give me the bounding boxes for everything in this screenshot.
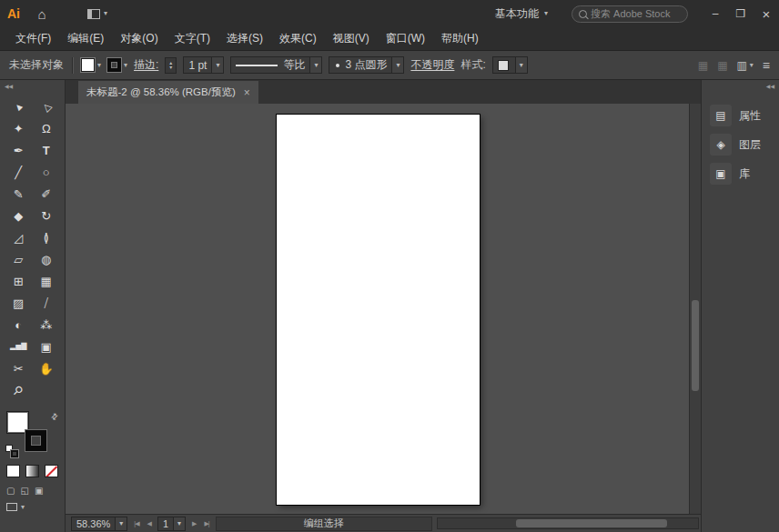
canvas[interactable] [66,104,701,514]
change-screen-mode-button[interactable]: ▾ [6,503,65,511]
first-artboard-button[interactable]: |◀ [132,520,140,527]
stock-search-box[interactable] [572,5,688,23]
shape-builder-tool[interactable]: ◍ [33,248,61,270]
next-artboard-button[interactable]: ▶ [190,520,197,527]
menu-item[interactable]: 文字(T) [167,27,218,50]
minimize-button[interactable]: – [703,0,728,27]
swap-fill-stroke-button[interactable]: ⇄ [49,411,60,422]
menu-item[interactable]: 效果(C) [271,27,325,50]
symbol-sprayer-tool[interactable]: ⁂ [33,314,61,336]
blend-tool-icon: ◐ [15,319,22,331]
opacity-panel-link[interactable]: 不透明度 [410,57,454,73]
vertical-scrollbar-thumb[interactable] [692,300,699,390]
properties-panel-icon: ▤ [710,105,732,126]
workspace-name: 基本功能 [495,6,539,22]
ellipse-tool-icon: ○ [43,166,50,178]
lasso-tool[interactable]: Ω [33,117,61,139]
align-objects-icon[interactable]: ▦ [698,59,708,72]
none-button[interactable] [45,465,58,477]
width-profile-select[interactable]: 等比 ▾ [230,56,322,74]
search-input[interactable] [591,8,687,19]
pen-tool[interactable]: ✒ [5,139,33,161]
panel-tab-label: 属性 [739,108,761,124]
stroke-color-picker[interactable]: ▾ [107,58,127,72]
expand-panels-button[interactable]: ◀◀ [702,80,779,92]
line-segment-tool[interactable]: ╱ [5,161,33,183]
illustrator-window: Ai ⌂ ▾ 基本功能 ▾ – ❒ × 文件(F)编辑(E)对象(O)文字(T)… [0,0,779,532]
draw-inside-button[interactable]: ▣ [35,486,43,496]
eraser-tool[interactable]: ◆ [5,205,33,226]
menu-item[interactable]: 选择(S) [218,27,271,50]
color-button[interactable] [6,465,20,477]
tab-close-button[interactable]: × [244,86,250,99]
menu-item[interactable]: 对象(O) [112,27,166,50]
distribute-objects-icon[interactable]: ▦ [717,59,727,72]
last-artboard-button[interactable]: ▶| [202,520,210,527]
zoom-tool[interactable]: ⚲ [5,379,33,401]
magic-wand-tool[interactable]: ✦ [5,117,33,139]
brush-preview-icon [336,64,339,67]
eyedropper-tool[interactable]: ⧸ [33,292,61,314]
document-tabbar: 未标题-2 @ 58.36% (RGB/预览) × [66,80,701,104]
stroke-color-box[interactable] [25,430,46,451]
fill-color-picker[interactable]: ▾ [81,58,101,72]
horizontal-scrollbar[interactable] [437,517,699,529]
mesh-tool[interactable]: ▦ [33,270,61,292]
artboard-navigation-select[interactable]: 1 ▾ [157,517,186,531]
stroke-width-stepper[interactable]: ▴ ▾ [165,57,177,74]
previous-artboard-button[interactable]: ◀ [146,520,153,527]
document-tab[interactable]: 未标题-2 @ 58.36% (RGB/预览) × [78,81,258,104]
zoom-level-select[interactable]: 58.36% ▾ [71,517,127,531]
vertical-scrollbar[interactable] [689,104,701,514]
panel-options-button[interactable]: ▥ ▾ [736,59,753,72]
panel-tab-layers[interactable]: ◈图层 [702,132,779,157]
width-tool-icon: ≬ [44,232,49,244]
panel-tab-properties[interactable]: ▤属性 [702,103,779,128]
slice-tool[interactable]: ✂ [5,357,33,379]
stroke-width-select[interactable]: 1 pt ▾ [183,56,224,74]
type-tool[interactable]: T [33,139,61,161]
pencil-tool[interactable]: ✐ [33,183,61,205]
close-button[interactable]: × [754,0,779,27]
hand-tool[interactable]: ✋ [33,357,61,379]
gradient-tool[interactable]: ▨ [5,292,33,314]
panel-tab-libraries[interactable]: ▣库 [702,161,779,186]
width-tool[interactable]: ≬ [33,226,61,248]
workspace-switcher-button[interactable]: 基本功能 ▾ [488,4,555,25]
perspective-grid-tool[interactable]: ⊞ [5,270,33,292]
status-display[interactable]: 编组选择 [216,517,432,531]
chevron-down-icon: ▾ [97,62,101,69]
gradient-button[interactable] [25,465,39,477]
ellipse-tool[interactable]: ○ [33,161,61,183]
draw-normal-icon: ▢ [6,486,15,496]
horizontal-scrollbar-thumb[interactable] [516,519,667,527]
arrange-documents-button[interactable]: ▾ [84,7,111,21]
artboard-tool[interactable]: ▣ [33,336,61,357]
column-graph-tool[interactable]: ▂▅▇ [5,336,33,357]
menu-item[interactable]: 编辑(E) [59,27,112,50]
stroke-panel-link[interactable]: 描边: [134,57,158,73]
paintbrush-tool[interactable]: ✎ [5,183,33,205]
brush-definition-select[interactable]: 3 点圆形 ▾ [329,56,404,74]
default-colors-button[interactable] [5,445,18,457]
draw-behind-button[interactable]: ◱ [20,486,28,496]
home-button[interactable]: ⌂ [31,6,53,22]
menu-item[interactable]: 文件(F) [7,27,59,50]
rotate-tool[interactable]: ↻ [33,205,61,226]
free-transform-tool[interactable]: ▱ [5,248,33,270]
collapse-toolbar-button[interactable]: ◀◀ [0,80,65,92]
draw-normal-button[interactable]: ▢ [6,486,15,496]
menu-item[interactable]: 帮助(H) [433,27,487,50]
scale-tool[interactable]: ◿ [5,226,33,248]
menu-item[interactable]: 视图(V) [325,27,378,50]
selection-tool[interactable]: ▲ [5,95,33,117]
graphic-style-select[interactable]: ▾ [492,56,528,74]
blend-tool[interactable]: ◐ [5,314,33,336]
maximize-button[interactable]: ❒ [728,0,754,27]
panel-tab-label: 库 [739,166,750,182]
panel-menu-button[interactable]: ≡ [763,58,770,73]
direct-selection-tool[interactable]: △ [33,95,61,117]
menu-item[interactable]: 窗口(W) [378,27,433,50]
artboard[interactable] [277,115,480,505]
chevron-down-icon: ▾ [115,517,126,530]
